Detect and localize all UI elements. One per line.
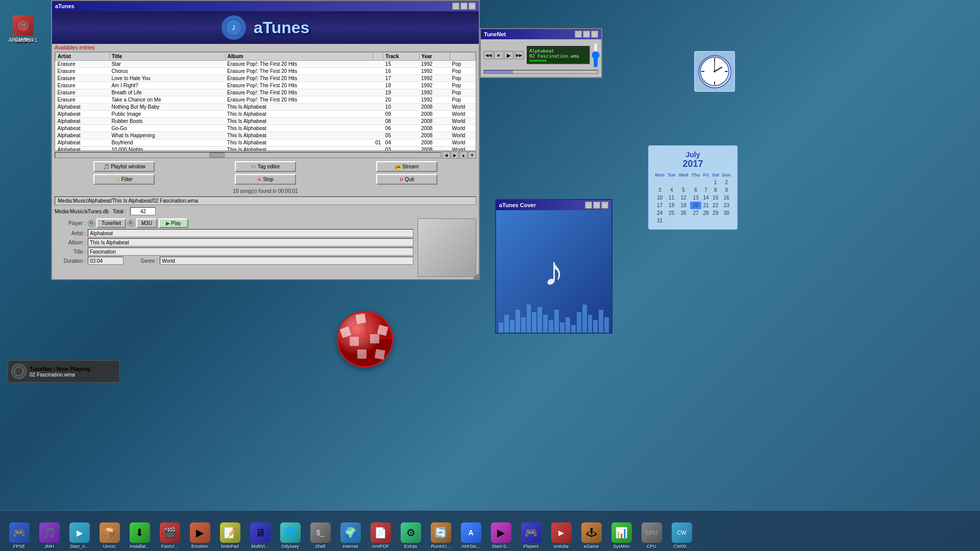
col-year[interactable]: Year xyxy=(419,53,450,61)
table-row[interactable]: Alphabeat What Is Happening This Is Alph… xyxy=(56,132,476,139)
tunenet-maximize[interactable]: □ xyxy=(583,31,590,38)
tunenet-close[interactable]: × xyxy=(591,31,598,38)
calendar-day[interactable]: 14 xyxy=(701,194,710,202)
desktop-icon-games[interactable]: 🎮 Games xyxy=(5,15,41,43)
taskbar-runinu[interactable]: 🔄 RunInU... xyxy=(427,520,455,551)
col-album[interactable]: Album xyxy=(225,53,373,61)
calendar-day[interactable]: 30 xyxy=(721,209,732,217)
table-row[interactable]: Erasure Love to Hate You Erasure Pop!: T… xyxy=(56,75,476,82)
taskbar-smtube[interactable]: ▶ smtube xyxy=(547,520,575,551)
taskbar-egame[interactable]: 🕹 eGame xyxy=(577,520,605,551)
taskbar-amisto[interactable]: A AMISto... xyxy=(457,520,485,551)
taskbar-multivi[interactable]: 🖥 MultiVi... xyxy=(246,520,274,551)
taskbar-sysmon[interactable]: 📊 SysMon xyxy=(607,520,635,551)
taskbar-cw09[interactable]: CW CW09... xyxy=(668,520,696,551)
col-track[interactable]: Track xyxy=(383,53,419,61)
calendar-day[interactable]: 5 xyxy=(677,186,690,194)
play-button[interactable]: ▶ Play xyxy=(159,218,188,228)
calendar-day[interactable]: 31 xyxy=(653,217,666,224)
playlist-window-button[interactable]: 🎵 Playlist window xyxy=(93,161,155,172)
calendar-day[interactable]: 26 xyxy=(677,209,690,217)
atunescover-minimize[interactable]: _ xyxy=(585,202,592,209)
calendar-day[interactable]: 19 xyxy=(677,202,690,209)
tunenet-minimize[interactable]: _ xyxy=(575,31,582,38)
table-row[interactable]: Alphabeat 10,000 Nights This Is Alphabea… xyxy=(56,146,476,152)
calendar-day[interactable]: 15 xyxy=(710,194,721,202)
table-row[interactable]: Alphabeat Rubber Boots This Is Alphabeat… xyxy=(56,118,476,125)
table-row[interactable]: Alphabeat Go-Go This Is Alphabeat 06 200… xyxy=(56,125,476,132)
table-row[interactable]: Alphabeat Boyfriend This Is Alphabeat 01… xyxy=(56,139,476,146)
tunenet-button[interactable]: TuneNet xyxy=(96,218,126,228)
taskbar-start-a[interactable]: ▶ Start_A... xyxy=(65,520,93,551)
scroll-down-btn[interactable]: ▼ xyxy=(468,152,476,159)
calendar-day[interactable]: 12 xyxy=(677,194,690,202)
scroll-right-btn[interactable]: ▶ xyxy=(451,152,459,159)
calendar-day[interactable]: 17 xyxy=(653,202,666,209)
tunenet-progress-bar[interactable] xyxy=(484,70,598,74)
calendar-day[interactable]: 16 xyxy=(721,194,732,202)
taskbar-odyssey[interactable]: 🌐 Odyssey xyxy=(276,520,304,551)
resize-handle[interactable] xyxy=(473,273,479,279)
m3u-button[interactable]: M3U xyxy=(136,218,157,228)
tn-next-btn[interactable]: ▶▶ xyxy=(514,51,524,59)
taskbar-internet[interactable]: 🌍 Internet xyxy=(336,520,364,551)
calendar-day[interactable]: 1 xyxy=(710,179,721,186)
calendar-day[interactable]: 22 xyxy=(710,202,721,209)
taskbar-notepad[interactable]: 📝 NotePad xyxy=(216,520,244,551)
volume-slider[interactable] xyxy=(593,42,598,68)
calendar-day[interactable]: 27 xyxy=(690,209,702,217)
calendar-day[interactable]: 18 xyxy=(666,202,677,209)
maximize-button[interactable]: □ xyxy=(460,3,468,10)
total-input[interactable] xyxy=(130,207,156,215)
taskbar-emotion[interactable]: ▶ Emotion xyxy=(186,520,214,551)
close-button[interactable]: × xyxy=(469,3,476,10)
taskbar-amipdf[interactable]: 📄 AmiPDF xyxy=(366,520,395,551)
player2-refresh-btn[interactable]: ↻ xyxy=(128,220,135,227)
filter-button[interactable]: ⊙ Filter xyxy=(93,174,155,185)
col-artist[interactable]: Artist xyxy=(56,53,110,61)
tn-play-btn[interactable]: ▶ xyxy=(504,51,513,59)
scroll-left-btn[interactable]: ◀ xyxy=(442,152,450,159)
taskbar-jmh[interactable]: 🎵 JMH xyxy=(35,520,63,551)
scroll-up-btn[interactable]: ▲ xyxy=(459,152,468,159)
table-row[interactable]: Alphabeat Nothing But My Baby This Is Al… xyxy=(56,104,476,111)
calendar-day[interactable]: 24 xyxy=(653,209,666,217)
table-row[interactable]: Alphabeat Public Image This Is Alphabeat… xyxy=(56,111,476,118)
taskbar-shell[interactable]: $_ Shell xyxy=(306,520,334,551)
atunescover-maximize[interactable]: □ xyxy=(593,202,600,209)
calendar-day[interactable]: 20 xyxy=(690,202,702,209)
atunescover-close[interactable]: × xyxy=(601,202,608,209)
taskbar-extras[interactable]: ⚙ Extras xyxy=(397,520,425,551)
calendar-day[interactable]: 7 xyxy=(701,186,710,194)
calendar-day[interactable]: 29 xyxy=(710,209,721,217)
stream-button[interactable]: 📻 Stream xyxy=(376,161,437,172)
taskbar-install[interactable]: ⬇ Installat... xyxy=(126,520,154,551)
taskbar-unarc[interactable]: 📦 UnArc xyxy=(95,520,124,551)
calendar-day[interactable]: 21 xyxy=(701,202,710,209)
tn-stop-btn[interactable]: ■ xyxy=(494,51,503,59)
col-title[interactable]: Title xyxy=(109,53,225,61)
taskbar-starts[interactable]: ▶ Start-S... xyxy=(487,520,515,551)
quit-button[interactable]: ⊗ Quit xyxy=(376,174,437,185)
calendar-day[interactable]: 10 xyxy=(653,194,666,202)
calendar-day[interactable]: 11 xyxy=(666,194,677,202)
taskbar-cpu[interactable]: CPU CPU xyxy=(638,520,666,551)
calendar-day[interactable]: 8 xyxy=(710,186,721,194)
taskbar-players[interactable]: 🎮 Players xyxy=(517,520,545,551)
player1-refresh-btn[interactable]: ↻ xyxy=(88,220,95,227)
stop-button[interactable]: ⊗ Stop xyxy=(235,174,296,185)
table-row[interactable]: Erasure Star Erasure Pop!: The First 20 … xyxy=(56,61,476,68)
tn-prev-btn[interactable]: ◀◀ xyxy=(484,51,493,59)
table-row[interactable]: Erasure Chorus Erasure Pop!: The First 2… xyxy=(56,68,476,75)
table-row[interactable]: Erasure Am I Right? Erasure Pop!: The Fi… xyxy=(56,82,476,89)
calendar-day[interactable]: 13 xyxy=(690,194,702,202)
calendar-day[interactable]: 23 xyxy=(721,202,732,209)
calendar-day[interactable]: 4 xyxy=(666,186,677,194)
minimize-button[interactable]: _ xyxy=(452,3,459,10)
table-row[interactable]: Erasure Breath of Life Erasure Pop!: The… xyxy=(56,89,476,96)
track-table-container[interactable]: Artist Title Album Track Year Erasure St… xyxy=(55,52,476,151)
calendar-day[interactable]: 2 xyxy=(721,179,732,186)
taskbar-fpse[interactable]: 🎮 FPSE xyxy=(5,520,33,551)
table-row[interactable]: Erasure Take a Chance on Me Erasure Pop!… xyxy=(56,96,476,104)
taskbar-fastvi[interactable]: 🎬 FastVi... xyxy=(156,520,184,551)
